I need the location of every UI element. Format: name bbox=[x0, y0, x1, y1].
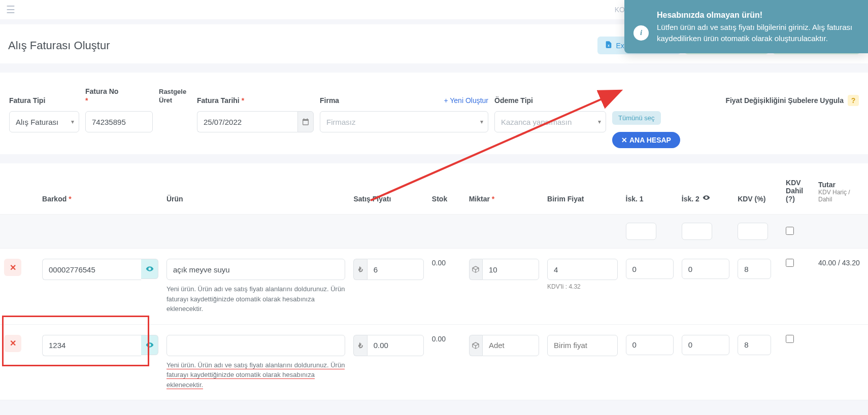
eye-icon[interactable] bbox=[141, 259, 158, 279]
eye-icon bbox=[703, 195, 710, 203]
kdvli-label: KDV'li : 4.32 bbox=[547, 283, 617, 290]
tutar-value: 40.00 / 43.20 bbox=[818, 259, 860, 267]
barkod-input[interactable] bbox=[42, 335, 141, 356]
firma-select[interactable]: Firmasız bbox=[320, 111, 488, 132]
th-isk2: İsk. 2 bbox=[678, 163, 733, 215]
th-birim: Birim Fiyat bbox=[543, 163, 621, 215]
miktar-input[interactable] bbox=[482, 335, 539, 356]
kdv-input[interactable] bbox=[738, 335, 771, 355]
delete-row-button[interactable]: ✕ bbox=[4, 259, 21, 276]
urun-input[interactable] bbox=[166, 259, 345, 280]
th-isk1: İsk. 1 bbox=[622, 163, 678, 215]
file-excel-icon bbox=[605, 41, 613, 50]
kdvd-checkbox[interactable] bbox=[786, 259, 794, 267]
filter-label-odeme: Ödeme Tipi bbox=[494, 77, 606, 111]
th-kdvd: KDV Dahil (?) bbox=[782, 163, 814, 215]
notification-toast: i Hesabınızda olmayan ürün! Lütfen ürün … bbox=[624, 0, 868, 53]
filters-panel: Fatura Tipi Alış Faturası Fatura No* Ras… bbox=[0, 73, 868, 154]
th-satis: Satış Fiyatı bbox=[349, 163, 427, 215]
th-kdv: KDV (%) bbox=[733, 163, 782, 215]
urun-input[interactable] bbox=[166, 335, 345, 356]
kdv-input[interactable] bbox=[738, 259, 771, 279]
hamburger-icon[interactable]: ☰ bbox=[6, 4, 15, 16]
birim-fiyat-input[interactable] bbox=[547, 335, 617, 356]
fatura-no-input[interactable] bbox=[85, 111, 153, 132]
table-row: ✕ Yeni ürün. Ürün ad bbox=[0, 324, 868, 400]
miktar-input[interactable] bbox=[482, 259, 539, 280]
calendar-icon[interactable] bbox=[297, 111, 314, 132]
default-kdvd-checkbox[interactable] bbox=[786, 227, 794, 235]
info-icon: i bbox=[633, 25, 649, 41]
birim-fiyat-input[interactable] bbox=[547, 259, 617, 280]
box-icon bbox=[469, 335, 482, 356]
table-defaults-row bbox=[0, 215, 868, 249]
invoice-items-table: Barkod * Ürün Satış Fiyatı Stok Miktar *… bbox=[0, 163, 868, 400]
urun-note: Yeni ürün. Ürün adı ve satış fiyatı alan… bbox=[166, 284, 345, 314]
table-row: ✕ Yeni ürün. Ürün adı ve satış fiyatı bbox=[0, 249, 868, 325]
odeme-tipi-select[interactable]: Kazanca yansımasın bbox=[494, 111, 606, 132]
isk2-input[interactable] bbox=[682, 335, 729, 355]
kdvd-checkbox[interactable] bbox=[786, 335, 794, 343]
stok-value: 0.00 bbox=[432, 259, 446, 267]
toast-body: Lütfen ürün adı ve satış fiyatı bilgiler… bbox=[657, 22, 857, 44]
th-barkod: Barkod * bbox=[38, 163, 162, 215]
page-title: Alış Faturası Oluştur bbox=[8, 39, 110, 52]
default-kdv-input[interactable] bbox=[738, 223, 768, 240]
th-stok: Stok bbox=[428, 163, 465, 215]
ana-hesap-label: ANA HESAP bbox=[629, 136, 671, 144]
delete-row-button[interactable]: ✕ bbox=[4, 335, 21, 352]
satis-fiyati-input[interactable] bbox=[367, 259, 424, 280]
box-icon bbox=[469, 259, 482, 280]
isk2-input[interactable] bbox=[682, 259, 729, 279]
stok-value: 0.00 bbox=[432, 335, 446, 343]
lira-icon: ₺ bbox=[353, 335, 366, 356]
table-panel: Barkod * Ürün Satış Fiyatı Stok Miktar *… bbox=[0, 163, 868, 400]
help-icon[interactable]: ? bbox=[848, 95, 859, 106]
filter-label-tip: Fatura Tipi bbox=[9, 77, 79, 111]
isk1-input[interactable] bbox=[626, 335, 674, 355]
eye-icon[interactable] bbox=[141, 335, 158, 355]
ana-hesap-pill[interactable]: ✕ ANA HESAP bbox=[612, 132, 680, 148]
apply-label: Fiyat Değişikliğini Şubelere Uygula bbox=[725, 96, 844, 105]
fatura-tarihi-input[interactable] bbox=[197, 111, 297, 132]
filter-label-tarih: Fatura Tarihi * bbox=[197, 77, 314, 111]
barkod-input[interactable] bbox=[42, 259, 141, 280]
isk1-input[interactable] bbox=[626, 259, 674, 279]
yeni-olustur-link[interactable]: + Yeni Oluştur bbox=[444, 96, 488, 105]
filter-label-fatno: Fatura No* bbox=[85, 77, 153, 111]
filter-label-firma: Firma + Yeni Oluştur bbox=[320, 77, 488, 111]
th-urun: Ürün bbox=[162, 163, 349, 215]
default-isk1-input[interactable] bbox=[626, 223, 656, 240]
default-isk2-input[interactable] bbox=[682, 223, 712, 240]
urun-note: Yeni ürün. Ürün adı ve satış fiyatı alan… bbox=[166, 360, 345, 390]
filter-label-rastgele: Rastgele Üret bbox=[159, 77, 191, 111]
fatura-tipi-select[interactable]: Alış Faturası bbox=[9, 111, 79, 132]
toast-title: Hesabınızda olmayan ürün! bbox=[657, 9, 857, 21]
th-tutar: Tutar KDV Hariç / Dahil bbox=[814, 163, 868, 215]
close-icon: ✕ bbox=[621, 136, 627, 144]
th-miktar: Miktar * bbox=[465, 163, 543, 215]
satis-fiyati-input[interactable] bbox=[367, 335, 424, 356]
select-all-button[interactable]: Tümünü seç bbox=[612, 111, 661, 125]
lira-icon: ₺ bbox=[353, 259, 366, 280]
